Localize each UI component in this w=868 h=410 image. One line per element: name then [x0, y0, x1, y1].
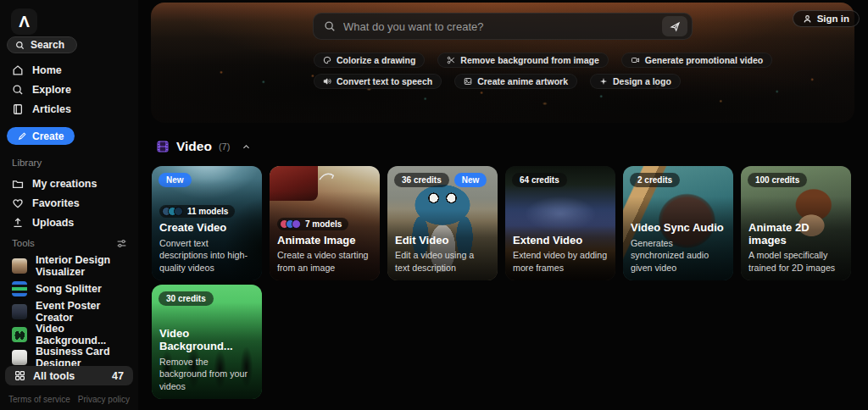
sidebar-item-home[interactable]: Home — [7, 60, 132, 80]
create-search-bar — [313, 13, 693, 40]
card-info: Video Background... Remove the backgroun… — [152, 302, 262, 399]
library-title: Library — [7, 153, 132, 172]
nav-label: Articles — [32, 103, 71, 115]
chevron-up-icon — [242, 142, 251, 152]
nav-label: Explore — [32, 84, 71, 96]
models-count: 7 models — [305, 219, 342, 229]
credits-badge: 100 credits — [748, 173, 807, 187]
tool-item-business-card-designer[interactable]: Business Card Designer — [7, 346, 132, 368]
collapse-section-button[interactable] — [240, 141, 253, 153]
tool-item-video-background[interactable]: Video Background... — [7, 323, 132, 346]
card-animate-2d-images[interactable]: 100 credits Animate 2D images A model sp… — [741, 166, 851, 280]
create-button[interactable]: Create — [7, 127, 75, 145]
card-description: Edit a video using a text description — [395, 249, 490, 274]
chip-label: Create anime artwork — [477, 76, 568, 86]
app-logo[interactable]: Λ — [11, 8, 37, 35]
app-root: Λ Search Home Explore Articles Create — [0, 0, 868, 410]
model-avatars — [162, 207, 183, 216]
nav-label: Home — [32, 64, 62, 76]
tool-label: Interior Design Visualizer — [36, 254, 127, 278]
main-content: Sign in Colorize a drawing Remove backgr… — [138, 0, 868, 410]
search-button[interactable]: Search — [7, 36, 77, 53]
chip-design-a-logo[interactable]: Design a logo — [590, 74, 681, 89]
sidebar-footer: Terms of service Privacy policy — [8, 395, 130, 404]
scissors-icon — [447, 56, 455, 64]
card-create-video[interactable]: New 11 models Create Video Convert text … — [152, 166, 262, 280]
card-title: Edit Video — [395, 235, 490, 247]
models-count: 11 models — [187, 207, 228, 216]
card-title: Video Background... — [159, 328, 254, 353]
card-edit-video[interactable]: 36 credits New Edit Video Edit a video u… — [387, 166, 498, 280]
chip-colorize-a-drawing[interactable]: Colorize a drawing — [314, 53, 425, 68]
tool-label: Video Background... — [36, 323, 127, 346]
sign-in-button[interactable]: Sign in — [793, 10, 860, 27]
card-info: Video Sync Audio Generates synchronized … — [623, 197, 733, 280]
folder-icon — [12, 178, 24, 190]
person-icon — [803, 14, 812, 24]
sidebar-item-uploads[interactable]: Uploads — [7, 213, 132, 232]
business-card-designer-icon — [12, 350, 27, 365]
terms-of-service-link[interactable]: Terms of service — [8, 395, 70, 404]
card-description: Convert text descriptions into high-qual… — [159, 237, 254, 274]
card-info: 7 models Animate Image Create a video st… — [270, 191, 380, 280]
chip-convert-text-to-speech[interactable]: Convert text to speech — [314, 74, 442, 89]
all-tools-button[interactable]: All tools 47 — [5, 366, 133, 385]
tool-item-event-poster-creator[interactable]: Event Poster Creator — [7, 300, 132, 323]
event-poster-creator-icon — [12, 304, 27, 319]
all-tools-count: 47 — [112, 370, 124, 382]
section-count: (7) — [219, 141, 230, 152]
library-item-label: My creations — [32, 178, 97, 190]
create-label: Create — [32, 130, 64, 142]
tool-label: Event Poster Creator — [36, 300, 127, 324]
all-tools-label: All tools — [33, 370, 75, 382]
send-button[interactable] — [662, 16, 687, 36]
image-icon — [464, 77, 472, 86]
tool-label: Song Splitter — [36, 283, 102, 295]
card-animate-image[interactable]: 7 models Animate Image Create a video st… — [270, 166, 380, 280]
card-video-background[interactable]: 30 credits Video Background... Remove th… — [152, 285, 262, 399]
wand-icon — [599, 77, 608, 86]
tools-title: Tools — [7, 234, 132, 252]
sidebar-item-explore[interactable]: Explore — [7, 80, 132, 99]
tool-item-interior-design-visualizer[interactable]: Interior Design Visualizer — [7, 254, 132, 277]
sidebar-item-articles[interactable]: Articles — [7, 99, 132, 119]
card-title: Animate Image — [277, 235, 372, 247]
sign-in-label: Sign in — [817, 14, 849, 24]
sidebar-item-my-creations[interactable]: My creations — [7, 174, 132, 193]
arrow-icon — [319, 171, 336, 183]
chip-generate-promotional-video[interactable]: Generate promotional video — [621, 53, 772, 68]
card-info: Extend Video Extend video by adding more… — [505, 209, 615, 280]
sidebar-nav: Home Explore Articles — [7, 60, 132, 119]
credits-badge: 2 credits — [630, 173, 680, 187]
video-section-header: Video (7) — [156, 139, 253, 154]
card-title: Create Video — [159, 222, 254, 235]
filter-sliders-icon[interactable] — [116, 238, 127, 249]
tool-item-song-splitter[interactable]: Song Splitter — [7, 277, 132, 300]
card-extend-video[interactable]: 64 credits Extend Video Extend video by … — [505, 166, 615, 280]
privacy-policy-link[interactable]: Privacy policy — [78, 395, 130, 404]
chip-create-anime-artwork[interactable]: Create anime artwork — [454, 74, 577, 89]
pen-icon — [18, 131, 27, 141]
chip-remove-background-from-image[interactable]: Remove background from image — [437, 53, 608, 68]
card-description: Remove the background from your videos — [159, 356, 254, 393]
library-item-label: Uploads — [32, 217, 74, 229]
palette-icon — [323, 56, 331, 64]
tools-section: Tools Interior Design Visualizer Song Sp… — [7, 234, 132, 368]
create-prompt-input[interactable] — [343, 20, 654, 33]
speaker-icon — [323, 77, 331, 86]
card-description: Extend video by adding more frames — [513, 249, 608, 274]
models-pill: 7 models — [277, 218, 348, 230]
chip-label: Remove background from image — [460, 55, 598, 65]
sidebar-item-favorites[interactable]: Favorites — [7, 193, 132, 213]
upload-icon — [12, 217, 24, 229]
card-title: Animate 2D images — [748, 222, 843, 247]
card-description: Create a video starting from an image — [277, 249, 372, 274]
card-description: Generates synchronized audio given video — [631, 237, 726, 274]
interior-design-visualizer-icon — [12, 258, 27, 274]
new-badge: New — [454, 173, 487, 187]
library-item-label: Favorites — [32, 197, 80, 209]
chip-label: Colorize a drawing — [337, 55, 415, 65]
card-video-sync-audio[interactable]: 2 credits Video Sync Audio Generates syn… — [623, 166, 733, 280]
chip-label: Convert text to speech — [337, 76, 432, 86]
hero-banner: Colorize a drawing Remove background fro… — [151, 3, 854, 123]
